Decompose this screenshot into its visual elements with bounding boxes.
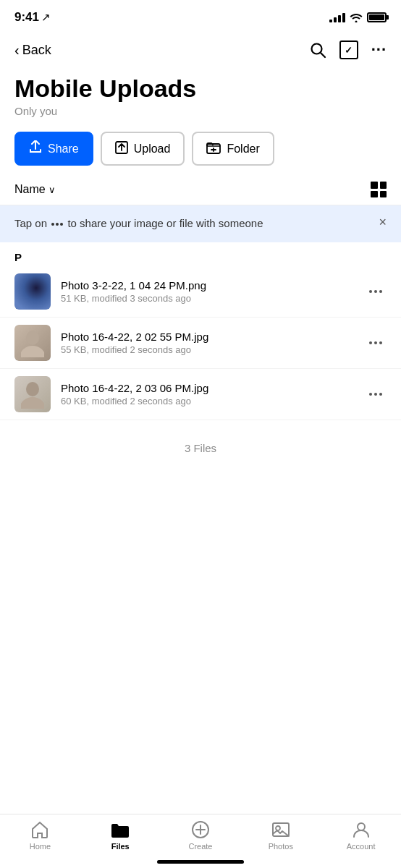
nav-item-home[interactable]: Home bbox=[0, 820, 80, 851]
sort-name[interactable]: Name ∨ bbox=[14, 183, 56, 196]
location-icon: ↗ bbox=[41, 11, 51, 24]
file-info: Photo 3-2-22, 1 04 24 PM.png 51 KB, modi… bbox=[61, 279, 355, 304]
svg-line-1 bbox=[321, 53, 325, 57]
sort-bar: Name ∨ bbox=[0, 176, 401, 205]
upload-button[interactable]: Upload bbox=[101, 132, 185, 166]
create-icon bbox=[191, 820, 210, 839]
status-time: 9:41 bbox=[14, 10, 39, 25]
home-icon bbox=[30, 820, 49, 839]
thumbnail-image bbox=[14, 325, 51, 361]
list-item: Photo 16-4-22, 2 03 06 PM.jpg 60 KB, mod… bbox=[0, 369, 401, 420]
svg-point-9 bbox=[21, 397, 44, 409]
upload-icon bbox=[115, 141, 128, 157]
share-label: Share bbox=[48, 142, 79, 156]
file-more-button[interactable] bbox=[365, 286, 387, 298]
file-name: Photo 3-2-22, 1 04 24 PM.png bbox=[61, 279, 355, 292]
search-button[interactable] bbox=[309, 41, 326, 59]
file-meta: 55 KB, modified 2 seconds ago bbox=[61, 344, 355, 355]
info-banner: Tap on to share your image or file with … bbox=[0, 205, 401, 242]
nav-actions: ✓ ··· bbox=[309, 41, 387, 59]
nav-item-photos[interactable]: Photos bbox=[240, 820, 321, 851]
more-button[interactable]: ··· bbox=[371, 41, 387, 59]
file-more-button[interactable] bbox=[365, 388, 387, 401]
file-meta: 51 KB, modified 3 seconds ago bbox=[61, 293, 355, 304]
nav-label-home: Home bbox=[30, 842, 51, 851]
sort-label-text: Name bbox=[14, 183, 46, 196]
folder-button[interactable]: Folder bbox=[192, 132, 274, 166]
back-chevron-icon: ‹ bbox=[14, 43, 20, 57]
checkbox-icon: ✓ bbox=[339, 41, 358, 59]
nav-item-files[interactable]: Files bbox=[80, 822, 161, 851]
banner-text: Tap on to share your image or file with … bbox=[14, 216, 371, 232]
select-button[interactable]: ✓ bbox=[339, 41, 358, 59]
share-button[interactable]: Share bbox=[14, 132, 93, 166]
action-buttons: Share Upload Folder bbox=[0, 122, 401, 176]
file-name: Photo 16-4-22, 2 03 06 PM.jpg bbox=[61, 382, 355, 394]
section-letter-p: P bbox=[0, 242, 401, 266]
svg-point-7 bbox=[21, 346, 44, 357]
more-icon: ··· bbox=[371, 41, 387, 59]
nav-label-files: Files bbox=[111, 842, 130, 851]
list-item: Photo 3-2-22, 1 04 24 PM.png 51 KB, modi… bbox=[0, 266, 401, 318]
files-folder-icon bbox=[110, 822, 130, 839]
file-thumbnail bbox=[14, 376, 51, 412]
nav-item-account[interactable]: Account bbox=[321, 820, 401, 851]
file-meta: 60 KB, modified 2 seconds ago bbox=[61, 396, 355, 407]
back-button[interactable]: ‹ Back bbox=[14, 43, 51, 58]
search-icon bbox=[309, 41, 326, 59]
grid-view-button[interactable] bbox=[371, 182, 387, 197]
file-info: Photo 16-4-22, 2 02 55 PM.jpg 55 KB, mod… bbox=[61, 331, 355, 355]
svg-point-15 bbox=[358, 823, 365, 830]
file-name: Photo 16-4-22, 2 02 55 PM.jpg bbox=[61, 331, 355, 343]
wifi-icon bbox=[350, 12, 363, 22]
back-label: Back bbox=[22, 43, 51, 58]
battery-icon bbox=[367, 12, 387, 22]
file-more-button[interactable] bbox=[365, 337, 387, 349]
list-item: Photo 16-4-22, 2 02 55 PM.jpg 55 KB, mod… bbox=[0, 318, 401, 369]
sort-chevron-icon: ∨ bbox=[48, 184, 56, 195]
svg-point-8 bbox=[26, 382, 39, 396]
dots-icon bbox=[51, 223, 63, 226]
page-subtitle: Only you bbox=[14, 105, 387, 117]
signal-icon bbox=[329, 12, 345, 22]
banner-close-button[interactable]: × bbox=[371, 216, 387, 229]
photos-icon bbox=[271, 820, 290, 839]
file-list: Photo 3-2-22, 1 04 24 PM.png 51 KB, modi… bbox=[0, 266, 401, 420]
folder-icon bbox=[206, 141, 221, 157]
svg-point-14 bbox=[276, 826, 280, 830]
folder-label: Folder bbox=[227, 142, 259, 156]
file-thumbnail bbox=[14, 273, 51, 310]
nav-label-photos: Photos bbox=[269, 842, 293, 851]
file-thumbnail bbox=[14, 325, 51, 361]
file-info: Photo 16-4-22, 2 03 06 PM.jpg 60 KB, mod… bbox=[61, 382, 355, 407]
share-icon bbox=[29, 140, 42, 157]
home-indicator bbox=[157, 860, 244, 864]
status-icons bbox=[329, 12, 387, 22]
page-header: Mobile Uploads Only you bbox=[0, 68, 401, 122]
page-title: Mobile Uploads bbox=[14, 75, 387, 102]
thumbnail-image bbox=[14, 376, 51, 412]
nav-label-create: Create bbox=[188, 842, 212, 851]
nav-label-account: Account bbox=[347, 842, 376, 851]
files-count: 3 Files bbox=[0, 420, 401, 469]
thumbnail-image bbox=[14, 273, 51, 310]
nav-bar: ‹ Back ✓ ··· bbox=[0, 32, 401, 68]
status-bar: 9:41 ↗ bbox=[0, 0, 401, 32]
upload-label: Upload bbox=[134, 142, 171, 156]
nav-item-create[interactable]: Create bbox=[161, 820, 241, 851]
grid-icon bbox=[371, 182, 387, 197]
account-icon bbox=[352, 820, 371, 839]
svg-point-6 bbox=[26, 331, 39, 345]
